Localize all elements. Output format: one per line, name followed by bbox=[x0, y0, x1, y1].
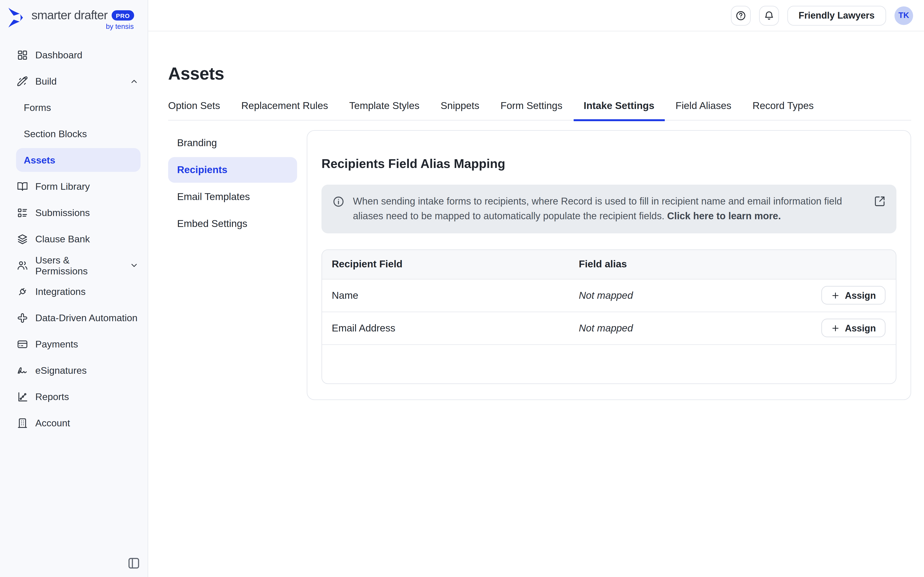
subnav-item-email-templates[interactable]: Email Templates bbox=[168, 184, 297, 210]
sidebar-item-clause-bank[interactable]: Clause Bank bbox=[0, 226, 148, 252]
column-header-field-alias: Field alias bbox=[579, 259, 896, 270]
plus-icon bbox=[831, 291, 840, 300]
assign-button-label: Assign bbox=[845, 323, 876, 334]
sidebar-item-data-driven-automation[interactable]: Data-Driven Automation bbox=[0, 305, 148, 331]
chart-icon bbox=[17, 391, 28, 402]
sidebar-item-reports[interactable]: Reports bbox=[0, 384, 148, 410]
sidebar-item-label: Data-Driven Automation bbox=[35, 312, 137, 323]
info-icon bbox=[333, 196, 344, 208]
logo-mark bbox=[6, 6, 28, 29]
chevron-down-icon[interactable] bbox=[129, 261, 139, 270]
sidebar-item-label: Account bbox=[35, 417, 70, 428]
layers-icon bbox=[17, 233, 28, 245]
field-alias-cell: Not mapped bbox=[579, 322, 821, 334]
assign-button-label: Assign bbox=[845, 290, 876, 301]
app-window: smarter drafter PRO by tensis Dashboard … bbox=[0, 0, 924, 577]
plug-icon bbox=[17, 286, 28, 297]
subnav-item-embed-settings[interactable]: Embed Settings bbox=[168, 211, 297, 237]
sidebar-item-label: Submissions bbox=[35, 207, 90, 218]
avatar[interactable]: TK bbox=[895, 6, 913, 25]
credit-card-icon bbox=[17, 338, 28, 350]
build-icon bbox=[17, 76, 28, 87]
sidebar-item-users-permissions[interactable]: Users & Permissions bbox=[0, 252, 148, 278]
learn-more-link[interactable]: Click here to learn more. bbox=[667, 210, 781, 221]
bell-icon bbox=[763, 10, 774, 21]
dashboard-icon bbox=[17, 49, 28, 61]
assign-button[interactable]: Assign bbox=[821, 319, 885, 337]
tab-template-styles[interactable]: Template Styles bbox=[349, 100, 420, 120]
external-link-icon[interactable] bbox=[874, 196, 885, 207]
sidebar-item-section-blocks[interactable]: Section Blocks bbox=[16, 122, 141, 145]
help-button[interactable] bbox=[731, 6, 751, 26]
sidebar-nav: Dashboard Build Forms Section Blocks Ass… bbox=[0, 42, 148, 436]
sidebar-item-label: Payments bbox=[35, 338, 78, 350]
brand-name: smarter drafter bbox=[31, 8, 108, 23]
book-open-icon bbox=[17, 181, 28, 192]
sidebar-item-label: eSignatures bbox=[35, 365, 87, 376]
main-area: Friendly Lawyers TK Assets Option Sets R… bbox=[148, 0, 924, 577]
notifications-button[interactable] bbox=[759, 6, 779, 26]
sidebar-item-label: Integrations bbox=[35, 286, 86, 297]
building-icon bbox=[17, 417, 28, 429]
recipient-field-cell: Email Address bbox=[322, 322, 579, 334]
column-header-recipient-field: Recipient Field bbox=[322, 259, 579, 270]
sidebar-item-label: Build bbox=[35, 76, 57, 87]
automation-icon bbox=[17, 312, 28, 324]
row-action: Assign bbox=[821, 286, 896, 305]
tab-form-settings[interactable]: Form Settings bbox=[501, 100, 562, 120]
table-row: Email Address Not mapped Assign bbox=[322, 312, 896, 345]
sidebar-item-form-library[interactable]: Form Library bbox=[0, 173, 148, 199]
sidebar-item-label: Dashboard bbox=[35, 49, 82, 60]
signature-icon bbox=[17, 364, 28, 376]
sidebar-item-label: Forms bbox=[24, 102, 51, 113]
sidebar-item-build[interactable]: Build bbox=[0, 68, 148, 94]
card-title: Recipients Field Alias Mapping bbox=[321, 156, 897, 171]
row-action: Assign bbox=[821, 319, 896, 337]
plus-icon bbox=[831, 324, 840, 333]
subnav-item-branding[interactable]: Branding bbox=[168, 130, 297, 156]
sidebar-item-assets[interactable]: Assets bbox=[16, 148, 141, 172]
sidebar-item-payments[interactable]: Payments bbox=[0, 331, 148, 357]
help-icon bbox=[735, 10, 746, 21]
subnav-item-recipients[interactable]: Recipients bbox=[168, 157, 297, 183]
sidebar-item-label: Form Library bbox=[35, 181, 90, 192]
sidebar-item-dashboard[interactable]: Dashboard bbox=[0, 42, 148, 68]
sidebar-item-esignatures[interactable]: eSignatures bbox=[0, 357, 148, 384]
sidebar-item-label: Section Blocks bbox=[24, 128, 87, 139]
sidebar-item-label: Assets bbox=[24, 155, 55, 165]
sidebar-item-account[interactable]: Account bbox=[0, 410, 148, 436]
tab-record-types[interactable]: Record Types bbox=[753, 100, 814, 120]
tab-field-aliases[interactable]: Field Aliases bbox=[675, 100, 731, 120]
list-icon bbox=[17, 207, 28, 218]
intake-settings-body: Branding Recipients Email Templates Embe… bbox=[168, 130, 911, 400]
alias-mapping-table: Recipient Field Field alias Name Not map… bbox=[321, 250, 897, 384]
tab-intake-settings[interactable]: Intake Settings bbox=[584, 100, 654, 120]
assign-button[interactable]: Assign bbox=[821, 286, 885, 305]
panel-left-icon[interactable] bbox=[127, 556, 141, 570]
organization-button[interactable]: Friendly Lawyers bbox=[787, 6, 886, 26]
recipients-mapping-card: Recipients Field Alias Mapping When send… bbox=[307, 130, 911, 400]
tab-option-sets[interactable]: Option Sets bbox=[168, 100, 220, 120]
sidebar-item-integrations[interactable]: Integrations bbox=[0, 278, 148, 305]
table-header-row: Recipient Field Field alias bbox=[322, 250, 896, 279]
sidebar-item-forms[interactable]: Forms bbox=[16, 95, 141, 119]
page-content: Assets Option Sets Replacement Rules Tem… bbox=[148, 31, 924, 577]
sidebar-item-label: Reports bbox=[35, 391, 69, 402]
tab-bar: Option Sets Replacement Rules Template S… bbox=[168, 100, 911, 121]
recipient-field-cell: Name bbox=[322, 290, 579, 301]
brand-byline: by tensis bbox=[106, 23, 134, 30]
info-banner: When sending intake forms to recipients,… bbox=[321, 185, 897, 234]
page-title: Assets bbox=[168, 64, 911, 84]
table-row: Name Not mapped Assign bbox=[322, 279, 896, 312]
sidebar: smarter drafter PRO by tensis Dashboard … bbox=[0, 0, 148, 577]
tab-snippets[interactable]: Snippets bbox=[441, 100, 479, 120]
sidebar-item-submissions[interactable]: Submissions bbox=[0, 199, 148, 226]
sidebar-item-label: Clause Bank bbox=[35, 234, 90, 244]
sidebar-footer bbox=[0, 556, 148, 577]
chevron-up-icon[interactable] bbox=[129, 77, 139, 86]
topbar: Friendly Lawyers TK bbox=[148, 0, 924, 31]
tab-replacement-rules[interactable]: Replacement Rules bbox=[241, 100, 328, 120]
sidebar-item-label: Users & Permissions bbox=[35, 254, 123, 276]
info-text: When sending intake forms to recipients,… bbox=[353, 195, 866, 224]
brand-logo[interactable]: smarter drafter PRO by tensis bbox=[0, 0, 148, 33]
